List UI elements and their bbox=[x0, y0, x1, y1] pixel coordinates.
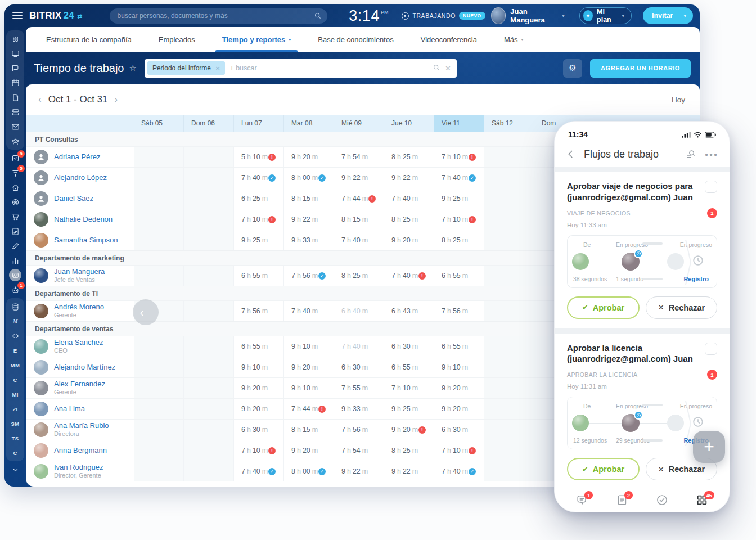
calendar-icon[interactable] bbox=[6, 75, 24, 90]
time-cell[interactable] bbox=[134, 147, 184, 167]
day-header-s-b-12[interactable]: Sáb 12 bbox=[484, 115, 534, 132]
time-cell[interactable] bbox=[184, 399, 234, 419]
time-cell[interactable]: 9h22m bbox=[284, 209, 334, 230]
employee-name-link[interactable]: Ana María Rubio bbox=[54, 422, 109, 430]
time-cell[interactable]: 9h10m bbox=[434, 357, 484, 377]
time-cell[interactable]: 7h40m bbox=[334, 336, 384, 357]
tab-estructura-de-la-compa-a[interactable]: Estructura de la compañía bbox=[34, 27, 144, 52]
filter-search-input[interactable] bbox=[230, 64, 428, 72]
time-cell[interactable]: 6h25m bbox=[234, 188, 284, 209]
time-cell[interactable]: 7h40m bbox=[334, 230, 384, 250]
time-cell[interactable] bbox=[184, 147, 234, 167]
workspace-TS[interactable]: TS bbox=[6, 431, 24, 446]
time-cell[interactable]: 8h15m bbox=[334, 209, 384, 230]
time-cell[interactable]: 8h25m bbox=[334, 266, 384, 286]
time-cell[interactable] bbox=[134, 461, 184, 482]
time-cell[interactable] bbox=[184, 420, 234, 440]
time-cell[interactable] bbox=[184, 188, 234, 209]
employee-name-link[interactable]: Nathalie Dedenon bbox=[54, 215, 112, 224]
approve-button[interactable]: ✔Aprobar bbox=[567, 296, 640, 319]
time-cell[interactable]: 8h00m✓ bbox=[284, 461, 334, 482]
workspace-ZI[interactable]: ZI bbox=[6, 402, 24, 416]
docs-icon[interactable] bbox=[6, 90, 24, 105]
approve-button[interactable]: ✔Aprobar bbox=[567, 458, 640, 480]
time-cell[interactable] bbox=[184, 209, 234, 230]
time-cell[interactable]: 7h10m! bbox=[434, 440, 484, 461]
global-search-input[interactable] bbox=[110, 8, 328, 24]
workspace-MI[interactable]: MI bbox=[6, 387, 24, 402]
time-cell[interactable]: 7h40m bbox=[384, 188, 434, 209]
filter-bar[interactable]: Periodo del informe ✕ ✕ bbox=[145, 59, 457, 78]
time-cell[interactable]: 9h22m bbox=[334, 168, 384, 188]
time-cell[interactable]: 9h33m bbox=[334, 399, 384, 419]
collapse-names-button[interactable]: ‹ bbox=[133, 299, 159, 325]
workspace-MM[interactable]: MM bbox=[6, 358, 24, 372]
news-icon[interactable] bbox=[6, 46, 24, 61]
time-cell[interactable] bbox=[484, 399, 534, 419]
time-cell[interactable] bbox=[484, 266, 534, 286]
time-cell[interactable]: 6h30m bbox=[334, 357, 384, 377]
time-cell[interactable]: 7h40m✓ bbox=[434, 168, 484, 188]
search-list-icon[interactable] bbox=[686, 149, 696, 159]
drive-icon[interactable] bbox=[6, 105, 24, 119]
employee-name-link[interactable]: Juan Manguera bbox=[54, 268, 105, 276]
invite-button[interactable]: Invitar ▾ bbox=[643, 7, 693, 24]
remove-chip-icon[interactable]: ✕ bbox=[215, 65, 220, 71]
time-cell[interactable]: 8h25m bbox=[384, 147, 434, 167]
workspace-SM[interactable]: SM bbox=[6, 416, 24, 431]
time-cell[interactable]: 7h56m bbox=[434, 301, 484, 321]
workflow-checkbox[interactable] bbox=[705, 181, 717, 193]
time-cell[interactable]: 5h10m! bbox=[234, 147, 284, 167]
messenger-icon[interactable] bbox=[6, 61, 24, 75]
day-header-jue-10[interactable]: Jue 10 bbox=[384, 115, 434, 132]
workspace-C[interactable]: C bbox=[6, 446, 24, 460]
time-cell[interactable]: 7h10m! bbox=[234, 440, 284, 461]
time-cell[interactable] bbox=[134, 420, 184, 440]
time-cell[interactable]: 7h54m bbox=[334, 440, 384, 461]
marketing-icon[interactable] bbox=[6, 195, 24, 209]
tab-videoconferencia[interactable]: Videoconferencia bbox=[408, 27, 489, 52]
esign-icon[interactable] bbox=[6, 238, 24, 253]
time-cell[interactable]: 9h33m bbox=[284, 230, 334, 250]
tab-base-de-conocimientos[interactable]: Base de conocimientos bbox=[305, 27, 406, 52]
time-cell[interactable] bbox=[184, 230, 234, 250]
employee-name-link[interactable]: Alejandro López bbox=[54, 174, 107, 182]
time-cell[interactable]: 8h00m✓ bbox=[284, 168, 334, 188]
employee-name-link[interactable]: Adriana Pérez bbox=[54, 153, 100, 161]
time-cell[interactable]: 9h20m bbox=[284, 440, 334, 461]
time-cell[interactable] bbox=[484, 209, 534, 230]
time-cell[interactable]: 9h10m bbox=[234, 357, 284, 377]
time-cell[interactable] bbox=[134, 440, 184, 461]
time-cell[interactable]: 7h40m! bbox=[384, 266, 434, 286]
time-cell[interactable]: 7h44m! bbox=[284, 399, 334, 419]
mail-icon[interactable] bbox=[6, 119, 24, 134]
time-cell[interactable] bbox=[134, 399, 184, 419]
code-icon[interactable] bbox=[6, 328, 24, 343]
time-cell[interactable]: 9h20m bbox=[234, 378, 284, 398]
favorite-star-icon[interactable]: ☆ bbox=[129, 63, 136, 73]
time-cell[interactable]: 8h15m bbox=[284, 188, 334, 209]
add-fab-button[interactable]: + bbox=[693, 431, 725, 463]
time-cell[interactable]: 6h30m bbox=[434, 420, 484, 440]
company-icon[interactable] bbox=[6, 180, 24, 195]
time-cell[interactable] bbox=[134, 188, 184, 209]
time-cell[interactable] bbox=[134, 209, 184, 230]
time-cell[interactable] bbox=[184, 266, 234, 286]
time-cell[interactable]: 9h25m bbox=[434, 188, 484, 209]
time-cell[interactable] bbox=[184, 378, 234, 398]
time-cell[interactable]: 7h44m! bbox=[334, 188, 384, 209]
time-cell[interactable]: 6h55m bbox=[434, 266, 484, 286]
time-cell[interactable]: 9h20m bbox=[384, 230, 434, 250]
workspace-C[interactable]: C bbox=[6, 372, 24, 387]
time-cell[interactable]: 6h40m bbox=[334, 301, 384, 321]
filter-search-icon[interactable] bbox=[433, 64, 440, 73]
store-icon[interactable] bbox=[6, 209, 24, 224]
user-menu[interactable]: Juan Manguera ▾ bbox=[491, 7, 565, 24]
time-cell[interactable]: 6h30m bbox=[234, 420, 284, 440]
tab-empleados[interactable]: Empleados bbox=[146, 27, 208, 52]
time-cell[interactable]: 7h40m bbox=[284, 301, 334, 321]
time-cell[interactable] bbox=[134, 266, 184, 286]
crm-icon[interactable] bbox=[6, 134, 24, 148]
filter-chip-periodo[interactable]: Periodo del informe ✕ bbox=[147, 61, 225, 75]
tab-m-s[interactable]: Más▾ bbox=[492, 27, 536, 52]
